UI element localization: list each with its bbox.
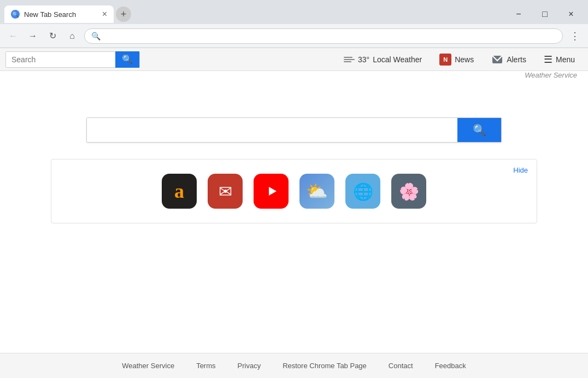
mail-icon: ✉ xyxy=(208,174,243,209)
alerts-label: Alerts xyxy=(507,55,526,64)
main-search-area: 🔍 xyxy=(0,117,588,143)
footer-link-feedback[interactable]: Feedback xyxy=(435,362,466,370)
toolbar-search-icon: 🔍 xyxy=(122,54,133,64)
address-search-icon: 🔍 xyxy=(91,32,101,40)
youtube-icon xyxy=(254,174,289,209)
page-toolbar: 🔍 33° Local Weather N News xyxy=(0,48,588,71)
footer-link-contact[interactable]: Contact xyxy=(389,362,413,370)
weather-widget[interactable]: 33° Local Weather xyxy=(336,48,430,71)
svg-marker-1 xyxy=(269,187,277,196)
news-icon: N xyxy=(439,54,451,66)
browser-menu-button[interactable]: ⋮ xyxy=(567,28,583,44)
news-label: News xyxy=(455,55,474,64)
new-tab-button[interactable]: + xyxy=(116,7,131,22)
news-widget[interactable]: N News xyxy=(432,48,481,71)
quick-link-mail[interactable]: ✉ xyxy=(208,174,243,209)
back-button[interactable]: ← xyxy=(5,28,21,44)
weather-temp: 33° xyxy=(358,55,369,64)
forward-button[interactable]: → xyxy=(25,28,40,44)
alerts-icon xyxy=(491,54,503,66)
weather-service-link[interactable]: Weather Service xyxy=(0,71,588,85)
quick-link-globe[interactable]: 🌐 xyxy=(345,174,380,209)
weather-lines-icon xyxy=(344,57,355,62)
main-search-button[interactable]: 🔍 xyxy=(457,118,501,142)
toolbar-search-input[interactable] xyxy=(6,52,115,67)
hide-button[interactable]: Hide xyxy=(513,166,528,174)
main-search-box[interactable]: 🔍 xyxy=(86,117,502,143)
footer-link-terms[interactable]: Terms xyxy=(196,362,215,370)
flower-icon: 🌸 xyxy=(391,174,426,209)
weather-label: Local Weather xyxy=(373,55,422,64)
quick-link-youtube[interactable] xyxy=(254,174,289,209)
amazon-icon: a xyxy=(162,174,197,209)
maximize-button[interactable]: □ xyxy=(532,5,557,23)
tab-title: New Tab Search xyxy=(24,10,96,19)
quick-link-weather[interactable]: ⛅ xyxy=(299,174,334,209)
window-controls: − □ × xyxy=(506,5,584,23)
footer-link-privacy[interactable]: Privacy xyxy=(238,362,261,370)
quick-link-flower[interactable]: 🌸 xyxy=(391,174,426,209)
footer: Weather Service Terms Privacy Restore Ch… xyxy=(0,353,588,378)
toolbar-search-box[interactable]: 🔍 xyxy=(5,51,140,68)
footer-link-restore[interactable]: Restore Chrome Tab Page xyxy=(283,362,367,370)
main-search-input[interactable] xyxy=(87,118,457,142)
close-button[interactable]: × xyxy=(558,5,584,23)
quick-links-container: Hide a ✉ xyxy=(51,159,537,223)
weather-cloud-icon: ⛅ xyxy=(299,174,334,209)
quick-link-amazon[interactable]: a xyxy=(162,174,197,209)
tab-favicon: 🔍 xyxy=(11,10,20,19)
reload-button[interactable]: ↻ xyxy=(45,28,60,44)
browser-tab[interactable]: 🔍 New Tab Search × xyxy=(4,5,114,23)
alerts-widget[interactable]: Alerts xyxy=(484,48,534,71)
toolbar-search-button[interactable]: 🔍 xyxy=(115,51,139,68)
globe-icon: 🌐 xyxy=(345,174,380,209)
main-search-icon: 🔍 xyxy=(473,123,486,137)
nav-bar: ← → ↻ ⌂ 🔍 ⋮ xyxy=(0,24,588,48)
tab-close-button[interactable]: × xyxy=(102,9,107,19)
footer-link-weather-service[interactable]: Weather Service xyxy=(122,362,174,370)
quick-links-grid: a ✉ ⛅ xyxy=(60,168,528,214)
minimize-button[interactable]: − xyxy=(506,5,531,23)
menu-label: Menu xyxy=(556,55,575,64)
menu-hamburger-icon: ☰ xyxy=(544,54,552,66)
menu-widget[interactable]: ☰ Menu xyxy=(536,48,583,71)
address-bar[interactable]: 🔍 xyxy=(84,28,563,44)
home-button[interactable]: ⌂ xyxy=(64,28,80,44)
